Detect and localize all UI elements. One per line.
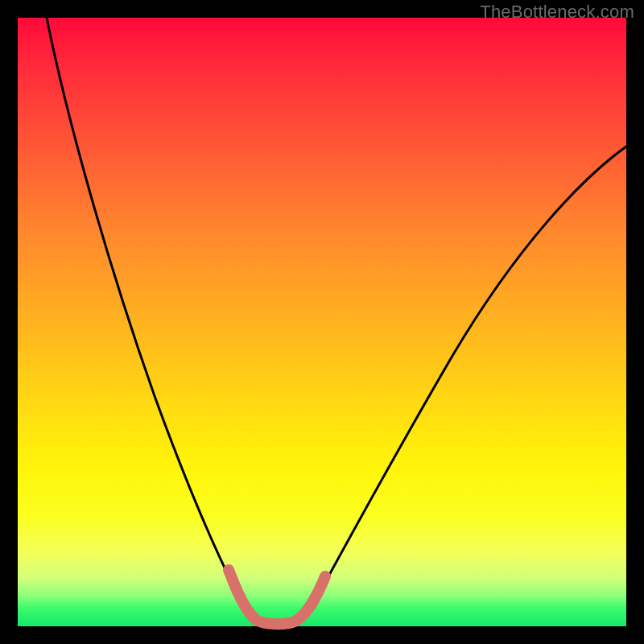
plot-area (18, 18, 626, 626)
curve-svg (18, 18, 626, 626)
chart-frame: TheBottleneck.com (0, 0, 644, 644)
bottleneck-curve-line (47, 18, 626, 625)
optimal-band-marker (229, 570, 325, 624)
